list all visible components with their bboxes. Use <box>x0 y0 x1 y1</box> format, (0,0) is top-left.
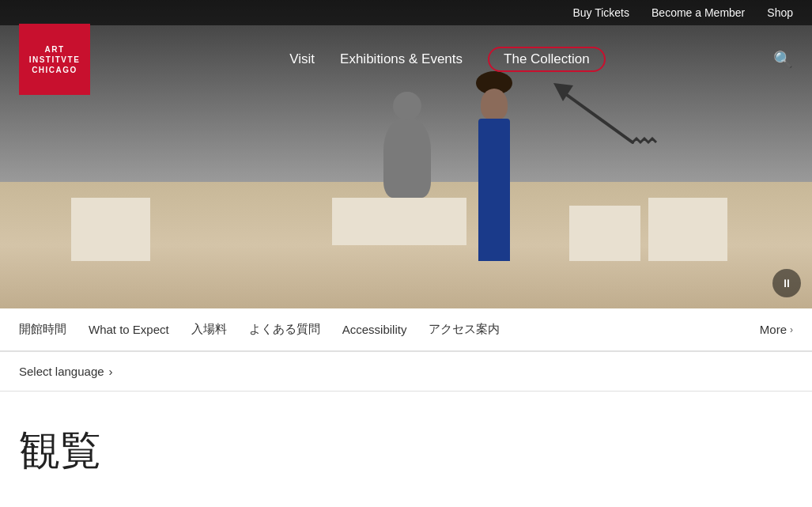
arrow-svg <box>538 79 664 158</box>
pedestal-center <box>332 198 466 245</box>
pedestal-right <box>648 198 727 261</box>
logo-line3: CHICAGO <box>29 65 81 75</box>
subnav-accessibility[interactable]: Accessibility <box>342 310 407 349</box>
sub-nav: 開館時間 What to Expect 入場料 よくある質問 Accessibi… <box>0 308 812 352</box>
pause-button[interactable]: ⏸ <box>772 269 801 297</box>
subnav-what-to-expect[interactable]: What to Expect <box>89 310 169 349</box>
language-chevron-icon: › <box>109 365 113 378</box>
search-icon[interactable]: 🔍 <box>773 50 793 69</box>
content-section: 観覧 <box>0 392 812 507</box>
more-label: More <box>760 323 787 336</box>
language-selector[interactable]: Select language › <box>0 352 812 392</box>
page-title: 観覧 <box>19 423 793 479</box>
pause-icon: ⏸ <box>781 277 792 289</box>
buddha-statue <box>368 87 447 198</box>
nav-visit[interactable]: Visit <box>289 51 315 67</box>
logo[interactable]: ART INSTITVTE CHICAGO <box>19 24 90 95</box>
logo-line1: ART <box>29 44 81 55</box>
nav-exhibitions[interactable]: Exhibitions & Events <box>340 51 463 67</box>
person-body <box>478 119 510 261</box>
subnav-hours[interactable]: 開館時間 <box>19 309 66 350</box>
person-head <box>481 89 508 120</box>
buy-tickets-link[interactable]: Buy Tickets <box>572 6 629 19</box>
pedestal-right2 <box>569 206 640 261</box>
subnav-admission[interactable]: 入場料 <box>191 309 227 350</box>
arrow-annotation <box>538 79 664 158</box>
pedestal-left <box>71 198 150 261</box>
main-nav: Visit Exhibitions & Events The Collectio… <box>122 47 773 72</box>
main-header: ART INSTITVTE CHICAGO Visit Exhibitions … <box>0 32 812 87</box>
language-label: Select language <box>19 365 104 378</box>
hero-section: Buy Tickets Become a Member Shop ART INS… <box>0 0 812 308</box>
person-figure <box>466 87 522 261</box>
logo-line2: INSTITVTE <box>29 55 81 65</box>
shop-link[interactable]: Shop <box>767 6 793 19</box>
subnav-faq[interactable]: よくある質問 <box>249 309 320 350</box>
sub-nav-links: 開館時間 What to Expect 入場料 よくある質問 Accessibi… <box>19 309 760 350</box>
chevron-right-icon: › <box>790 324 793 335</box>
subnav-access[interactable]: アクセス案内 <box>429 309 500 350</box>
nav-collection[interactable]: The Collection <box>488 47 606 72</box>
top-utility-bar: Buy Tickets Become a Member Shop <box>0 0 812 25</box>
become-member-link[interactable]: Become a Member <box>651 6 745 19</box>
more-button[interactable]: More › <box>760 323 793 336</box>
svg-line-0 <box>561 91 633 142</box>
